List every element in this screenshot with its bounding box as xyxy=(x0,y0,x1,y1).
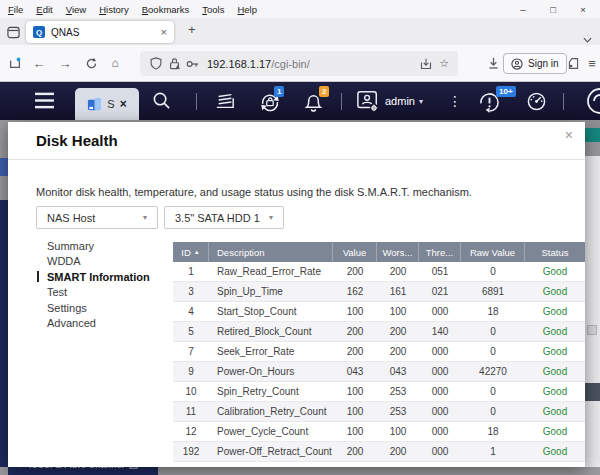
cell: 4 xyxy=(173,306,209,317)
browser-menubar: FileEditViewHistoryBookmarksToolsHelp – … xyxy=(0,0,600,18)
status-cell: Good xyxy=(525,266,585,277)
cell: 18 xyxy=(461,426,525,437)
save-page-icon[interactable] xyxy=(420,58,432,70)
column-header-value[interactable]: Value xyxy=(333,242,377,262)
home-button[interactable]: ⌂ xyxy=(104,45,126,81)
menu-icon[interactable]: ≡ xyxy=(584,45,600,81)
background-tasks-icon[interactable] xyxy=(214,91,236,111)
cell: Power-Off_Retract_Count xyxy=(209,446,333,457)
new-tab-button[interactable]: + xyxy=(188,22,196,37)
column-header-description[interactable]: Description xyxy=(209,242,333,262)
table-row[interactable]: 3Spin_Up_Time1621610216891Good xyxy=(173,282,585,302)
dialog-close-button[interactable]: × xyxy=(565,127,573,143)
table-row[interactable]: 1Raw_Read_Error_Rate2002000510Good xyxy=(173,262,585,282)
tab-close-icon[interactable]: × xyxy=(161,26,167,38)
cell: 253 xyxy=(377,386,419,397)
user-profile-icon[interactable] xyxy=(356,90,380,113)
menu-item-history[interactable]: History xyxy=(99,4,129,15)
column-header-thre[interactable]: Thre... xyxy=(419,242,461,262)
close-window-button[interactable]: × xyxy=(568,4,598,15)
cell: Calibration_Retry_Count xyxy=(209,406,333,417)
disk-select[interactable]: 3.5" SATA HDD 1 ▾ xyxy=(164,206,284,229)
column-header-wors[interactable]: Wors... xyxy=(377,242,419,262)
cell: 0 xyxy=(461,326,525,337)
sidebar-item-smart-information[interactable]: SMART Information xyxy=(35,269,167,285)
bookmark-star-icon[interactable]: ☆ xyxy=(439,57,449,70)
cell: 0 xyxy=(461,346,525,357)
sidebar-item-advanced[interactable]: Advanced xyxy=(35,316,167,332)
column-header-id[interactable]: ID▲ xyxy=(173,242,209,262)
cell: Raw_Read_Error_Rate xyxy=(209,266,333,277)
browser-tab-qnas[interactable]: Q QNAS × xyxy=(26,21,174,43)
menu-item-edit[interactable]: Edit xyxy=(36,4,52,15)
sidebar-item-summary[interactable]: Summary xyxy=(35,238,167,254)
forward-button[interactable]: → xyxy=(54,45,76,81)
main-menu-icon[interactable] xyxy=(34,92,55,109)
firefox-view-icon[interactable] xyxy=(7,25,20,43)
sidebar-item-settings[interactable]: Settings xyxy=(35,300,167,316)
cell: 3 xyxy=(173,286,209,297)
resource-monitor-icon[interactable] xyxy=(526,92,547,111)
extensions-icon[interactable] xyxy=(563,45,583,81)
cell: 1 xyxy=(173,266,209,277)
cell: Power-On_Hours xyxy=(209,366,333,377)
lock-warning-icon[interactable] xyxy=(169,57,180,70)
cell: Power_Cycle_Count xyxy=(209,426,333,437)
downloads-icon[interactable] xyxy=(482,45,504,81)
table-row[interactable]: 7Seek_Error_Rate2002000000Good xyxy=(173,342,585,362)
url-bar[interactable]: 192.168.1.17/cgi-bin/ ☆ xyxy=(140,51,458,76)
column-header-raw-value[interactable]: Raw Value xyxy=(461,242,525,262)
tracking-shield-icon[interactable] xyxy=(150,57,162,70)
menu-item-tools[interactable]: Tools xyxy=(202,4,224,15)
cell: 100 xyxy=(333,386,377,397)
cell: 000 xyxy=(419,386,461,397)
table-row[interactable]: 4Start_Stop_Count10010000018Good xyxy=(173,302,585,322)
cell: Seek_Error_Rate xyxy=(209,346,333,357)
back-button[interactable]: ← xyxy=(28,45,50,81)
reload-button[interactable] xyxy=(80,45,102,81)
app-tab-storage[interactable]: S × xyxy=(75,88,139,120)
table-row[interactable]: 9Power-On_Hours04304300042270Good xyxy=(173,362,585,382)
status-cell: Good xyxy=(525,426,585,437)
column-header-status[interactable]: Status xyxy=(525,242,585,262)
status-cell: Good xyxy=(525,446,585,457)
table-row[interactable]: 11Calibration_Retry_Count1002530000Good xyxy=(173,402,585,422)
cell: Spin_Up_Time xyxy=(209,286,333,297)
cell: 42270 xyxy=(461,366,525,377)
status-cell: Good xyxy=(525,306,585,317)
cell: 000 xyxy=(419,406,461,417)
menu-item-view[interactable]: View xyxy=(66,4,86,15)
table-row[interactable]: 5Retired_Block_Count2002001400Good xyxy=(173,322,585,342)
cell: 1 xyxy=(461,446,525,457)
status-cell: Good xyxy=(525,346,585,357)
divider xyxy=(196,93,197,110)
minimize-button[interactable]: – xyxy=(508,4,538,15)
sidebar-item-wdda[interactable]: WDDA xyxy=(35,254,167,270)
maximize-button[interactable]: □ xyxy=(538,4,568,15)
sign-in-button[interactable]: Sign in xyxy=(503,53,567,74)
table-row[interactable]: 192Power-Off_Retract_Count2002000001Good xyxy=(173,442,585,462)
host-select[interactable]: NAS Host ▾ xyxy=(36,206,158,229)
cell: 200 xyxy=(377,266,419,277)
partial-circle-icon[interactable] xyxy=(584,87,600,115)
cell: 100 xyxy=(333,306,377,317)
browser-logo-icon[interactable] xyxy=(5,45,25,81)
search-icon[interactable] xyxy=(152,91,171,110)
app-tab-close-icon[interactable]: × xyxy=(120,97,127,111)
table-row[interactable]: 12Power_Cycle_Count10010000018Good xyxy=(173,422,585,442)
background-left-edge xyxy=(0,120,8,475)
tasks-badge: 1 xyxy=(274,86,284,97)
url-text[interactable]: 192.168.1.17/cgi-bin/ xyxy=(207,58,310,70)
account-icon xyxy=(511,58,523,70)
menu-item-help[interactable]: Help xyxy=(237,4,257,15)
qnap-favicon-icon: Q xyxy=(33,26,45,38)
key-permission-icon[interactable] xyxy=(186,59,199,69)
cell: 100 xyxy=(333,426,377,437)
table-row[interactable]: 10Spin_Retry_Count1002530000Good xyxy=(173,382,585,402)
user-menu-button[interactable]: admin ▾ xyxy=(385,82,423,120)
menu-item-file[interactable]: File xyxy=(8,4,23,15)
menu-item-bookmarks[interactable]: Bookmarks xyxy=(142,4,190,15)
sidebar-item-test[interactable]: Test xyxy=(35,285,167,301)
more-options-icon[interactable]: ⋮ xyxy=(448,82,462,120)
iscsi-window-tab[interactable]: iSCSI & Fibre Channel xyxy=(8,467,158,475)
